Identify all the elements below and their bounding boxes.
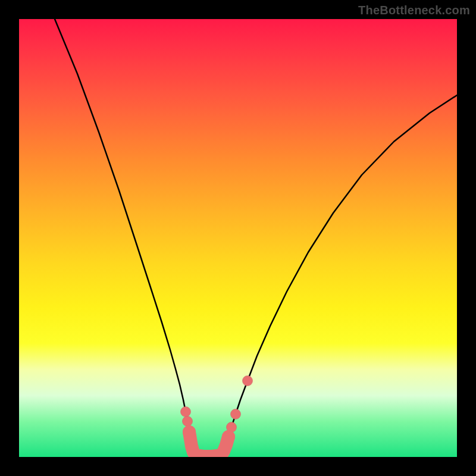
svg-point-4 <box>243 376 253 386</box>
svg-point-1 <box>183 416 193 427</box>
chart-area <box>19 19 457 457</box>
svg-point-3 <box>231 409 241 419</box>
bead-markers <box>19 19 457 457</box>
svg-point-6 <box>222 430 235 443</box>
watermark-text: TheBottleneck.com <box>358 4 470 17</box>
svg-point-5 <box>183 425 196 439</box>
svg-point-0 <box>181 407 191 417</box>
